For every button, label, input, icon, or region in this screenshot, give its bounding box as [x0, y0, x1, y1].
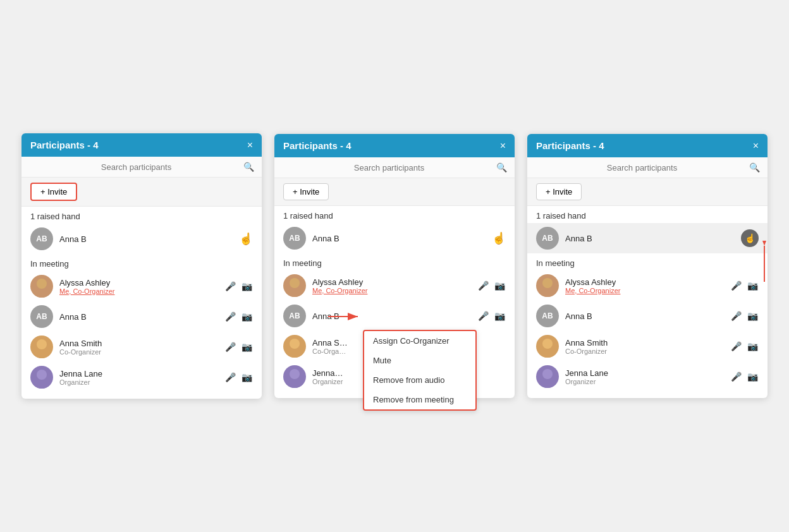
search-input-3[interactable]	[535, 163, 749, 172]
video-icon-anna-smith-1: 📷	[240, 341, 253, 353]
invite-button-1[interactable]: + Invite	[30, 183, 77, 201]
participant-icons-anna-smith-1: 🎤 📷	[224, 341, 253, 353]
panel-header-3: Participants - 4 ×	[527, 134, 768, 157]
raised-hand-row-anna-b-1[interactable]: AB Anna B ☝	[21, 224, 262, 254]
participant-icons-jenna-3: 🎤 📷	[730, 370, 759, 383]
participant-row-alyssa-2[interactable]: Alyssa Ashley Me, Co-Organizer 🎤 📷	[274, 270, 515, 301]
close-button-2[interactable]: ×	[500, 141, 506, 151]
video-icon-alyssa-1: 📷	[240, 280, 253, 293]
svg-point-18	[542, 339, 553, 349]
participant-info-alyssa-3: Alyssa Ashley Me, Co-Organizer	[565, 277, 723, 294]
svg-point-6	[290, 278, 300, 288]
participant-info-anna-smith-1: Anna Smith Co-Organizer	[59, 339, 217, 356]
panel-title-1: Participants - 4	[30, 140, 99, 150]
avatar-anna-smith-1	[30, 336, 53, 358]
avatar-anna-b-meeting-1: AB	[30, 305, 53, 328]
context-menu-item-remove-audio[interactable]: Remove from audio	[364, 370, 475, 390]
participant-name-anna-b-meeting-2: Anna B	[312, 311, 470, 321]
mute-icon-alyssa-1: 🎤	[224, 280, 236, 293]
panel-body-3: 1 raised hand AB Anna B ☝ In meeting Aly…	[527, 206, 768, 398]
participant-name-anna-smith-3: Anna Smith	[565, 338, 723, 348]
svg-point-4	[37, 370, 47, 380]
svg-point-12	[290, 369, 300, 379]
mute-icon-anna-smith-1: 🎤	[224, 341, 236, 353]
panel-body-1: 1 raised hand AB Anna B ☝ In meeting Aly…	[21, 207, 262, 399]
avatar-jenna-2	[283, 365, 306, 388]
svg-point-3	[33, 349, 51, 358]
raised-hand-row-anna-b-3[interactable]: AB Anna B ☝	[527, 223, 768, 253]
participant-name-alyssa-3: Alyssa Ashley	[565, 277, 723, 287]
participant-role-anna-smith-3: Co-Organizer	[565, 348, 723, 355]
video-icon-anna-b-3: 📷	[746, 310, 759, 322]
invite-bar-2: + Invite	[274, 178, 515, 206]
video-icon-anna-b-1: 📷	[240, 310, 253, 323]
participant-row-anna-b-meeting-1[interactable]: AB Anna B 🎤 📷	[21, 301, 262, 332]
hand-raised-icon-2: ☝	[492, 231, 506, 245]
invite-button-2[interactable]: + Invite	[283, 183, 329, 200]
in-meeting-label-1: In meeting	[21, 254, 262, 271]
participant-icons-anna-b-1: 🎤 📷	[224, 310, 253, 323]
participant-name-anna-b-raised-2: Anna B	[312, 234, 486, 243]
svg-point-5	[33, 380, 51, 389]
avatar-jenna-3	[536, 365, 559, 388]
participant-role-alyssa-2: Me, Co-Organizer	[312, 287, 470, 294]
participant-icons-anna-b-3: 🎤 📷	[730, 310, 759, 322]
participant-info-alyssa-2: Alyssa Ashley Me, Co-Organizer	[312, 277, 470, 294]
mute-icon-anna-b-2: 🎤	[477, 310, 489, 322]
svg-point-7	[286, 288, 303, 297]
context-menu-item-remove-meeting[interactable]: Remove from meeting	[364, 390, 475, 409]
participant-info-anna-b-raised-3: Anna B	[565, 234, 735, 243]
panel-header-2: Participants - 4 ×	[274, 134, 515, 157]
participant-name-anna-b-raised-3: Anna B	[565, 234, 735, 243]
video-icon-alyssa-3: 📷	[746, 279, 759, 292]
participant-row-alyssa-3[interactable]: Alyssa Ashley Me, Co-Organizer 🎤 📷	[527, 270, 768, 301]
search-bar-2: 🔍	[274, 157, 515, 178]
avatar-anna-b-meeting-3: AB	[536, 305, 559, 327]
participant-icons-anna-b-2: 🎤 📷	[477, 310, 506, 322]
svg-point-21	[539, 379, 556, 388]
context-menu-item-assign[interactable]: Assign Co-Organizer	[364, 331, 475, 351]
participant-row-anna-smith-1[interactable]: Anna Smith Co-Organizer 🎤 📷	[21, 332, 262, 362]
video-icon-anna-b-2: 📷	[493, 310, 506, 322]
mute-icon-jenna-1: 🎤	[224, 371, 236, 384]
mute-icon-anna-b-1: 🎤	[224, 310, 236, 323]
participant-info-anna-b-raised-2: Anna B	[312, 234, 486, 243]
participant-name-anna-b-meeting-3: Anna B	[565, 311, 723, 321]
participant-row-anna-smith-3[interactable]: Anna Smith Co-Organizer 🎤 📷	[527, 331, 768, 361]
participant-info-anna-b-meeting-3: Anna B	[565, 311, 723, 321]
avatar-anna-smith-3	[536, 335, 559, 358]
panel-header-1: Participants - 4 ×	[21, 133, 262, 157]
participant-row-anna-b-meeting-2[interactable]: AB Anna B 🎤 📷	[274, 301, 515, 331]
avatar-alyssa-3	[536, 274, 559, 297]
participant-name-jenna-3: Jenna Lane	[565, 368, 723, 378]
invite-button-3[interactable]: + Invite	[536, 183, 582, 200]
avatar-anna-b-raised-2: AB	[283, 227, 306, 250]
context-menu-item-mute[interactable]: Mute	[364, 351, 475, 370]
participant-info-anna-b-meeting-2: Anna B	[312, 311, 470, 321]
participant-icons-anna-smith-3: 🎤 📷	[730, 340, 759, 353]
close-button-3[interactable]: ×	[753, 141, 759, 151]
participant-name-alyssa-1: Alyssa Ashley	[59, 278, 217, 287]
raised-hand-label-1: 1 raised hand	[21, 207, 262, 224]
participant-role-alyssa-1: Me, Co-Organizer	[59, 287, 217, 295]
participant-row-jenna-3[interactable]: Jenna Lane Organizer 🎤 📷	[527, 361, 768, 392]
participant-row-alyssa-1[interactable]: Alyssa Ashley Me, Co-Organizer 🎤 📷	[21, 271, 262, 301]
mute-icon-alyssa-2: 🎤	[477, 279, 489, 292]
participant-role-alyssa-3: Me, Co-Organizer	[565, 287, 723, 294]
participant-info-anna-b-meeting-1: Anna B	[59, 312, 217, 322]
avatar-anna-smith-2	[283, 335, 306, 358]
invite-bar-3: + Invite	[527, 178, 768, 206]
raised-hand-row-anna-b-2[interactable]: AB Anna B ☝	[274, 223, 515, 253]
participant-row-jenna-1[interactable]: Jenna Lane Organizer 🎤 📷	[21, 362, 262, 392]
svg-point-20	[542, 369, 553, 379]
search-input-1[interactable]	[29, 162, 243, 172]
avatar-anna-b-raised-1: AB	[30, 227, 53, 250]
participant-row-anna-b-meeting-3[interactable]: AB Anna B 🎤 📷	[527, 301, 768, 331]
mute-icon-anna-smith-3: 🎤	[730, 340, 742, 353]
video-icon-alyssa-2: 📷	[493, 279, 506, 292]
panel-body-2: 1 raised hand AB Anna B ☝ In meeting Aly…	[274, 206, 515, 398]
close-button-1[interactable]: ×	[247, 140, 253, 150]
search-input-2[interactable]	[282, 163, 496, 172]
participant-role-anna-smith-1: Co-Organizer	[59, 348, 217, 356]
svg-point-17	[539, 288, 556, 297]
